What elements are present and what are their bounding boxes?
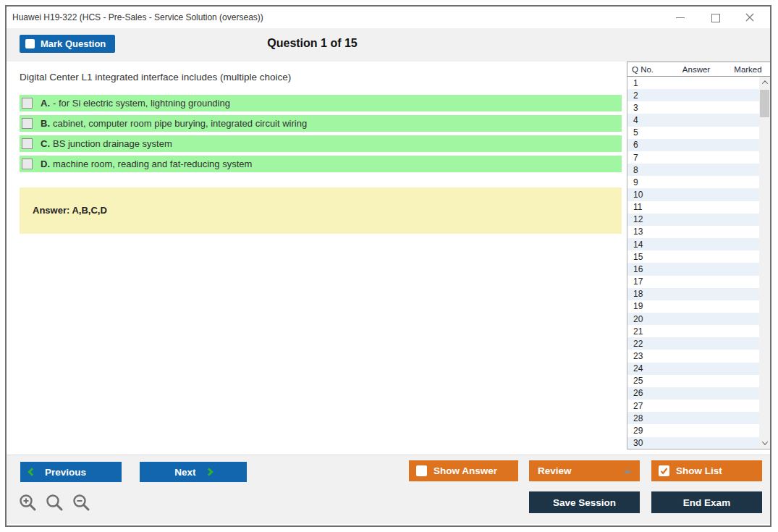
end-exam-button[interactable]: End Exam: [651, 491, 762, 513]
question-list-row[interactable]: 23: [627, 350, 759, 362]
question-list-rows: 1234567891011121314151617181920212223242…: [627, 77, 759, 449]
review-button[interactable]: Review: [529, 460, 640, 481]
option-a-text: - for Si electric system, lightning grou…: [53, 98, 230, 109]
magnifier-minus-icon: [72, 493, 92, 513]
question-list-row[interactable]: 13: [627, 226, 759, 238]
question-list-row[interactable]: 18: [627, 288, 759, 300]
option-b-label: B.cabinet, computer room pipe burying, i…: [41, 118, 307, 129]
column-marked: Marked: [725, 65, 771, 74]
question-list-row[interactable]: 5: [627, 127, 759, 139]
previous-button[interactable]: Previous: [20, 462, 122, 482]
zoom-out-button[interactable]: [72, 493, 92, 513]
question-list-header: Q No. Answer Marked: [627, 62, 770, 77]
question-list-row[interactable]: 22: [627, 337, 759, 350]
question-list-row[interactable]: 16: [627, 263, 759, 275]
question-list-row[interactable]: 27: [627, 400, 759, 412]
question-list-row[interactable]: 25: [627, 375, 759, 387]
option-d-letter: D.: [41, 159, 50, 169]
window-controls: [676, 13, 770, 22]
question-list-row[interactable]: 4: [627, 114, 759, 126]
answer-text: Answer: A,B,C,D: [20, 187, 622, 216]
question-list-row[interactable]: 20: [627, 313, 759, 325]
question-list-row[interactable]: 15: [627, 250, 759, 263]
question-panel: Digital Center L1 integrated interface i…: [7, 62, 627, 455]
zoom-reset-button[interactable]: [45, 493, 65, 513]
question-list-row[interactable]: 11: [627, 201, 759, 214]
option-b-text: cabinet, computer room pipe burying, int…: [53, 118, 307, 129]
option-d-checkbox[interactable]: [22, 159, 33, 169]
footer-bar: Previous Next Show Answer Review Show Li…: [7, 455, 770, 524]
save-session-button[interactable]: Save Session: [529, 491, 640, 513]
option-a-label: A.- for Si electric system, lightning gr…: [41, 98, 230, 109]
next-label: Next: [174, 467, 195, 478]
scroll-down-icon[interactable]: [759, 437, 770, 449]
question-list-panel: Q No. Answer Marked 12345678910111213141…: [627, 62, 770, 455]
answer-box: Answer: A,B,C,D: [20, 187, 622, 234]
maximize-icon[interactable]: [711, 13, 719, 22]
question-list-row[interactable]: 30: [627, 437, 759, 449]
question-text: Digital Center L1 integrated interface i…: [20, 72, 627, 83]
question-list-row[interactable]: 28: [627, 412, 759, 424]
column-answer: Answer: [667, 65, 725, 74]
option-c[interactable]: C.BS junction drainage system: [20, 135, 622, 152]
question-list-row[interactable]: 12: [627, 214, 759, 226]
scrollbar-thumb[interactable]: [760, 90, 769, 117]
window-title: Huawei H19-322 (HCS - Pre-Sales - Servic…: [7, 12, 676, 22]
question-list-row[interactable]: 1: [627, 77, 759, 89]
content-area: Digital Center L1 integrated interface i…: [7, 62, 770, 455]
question-list-row[interactable]: 10: [627, 188, 759, 200]
question-list-row[interactable]: 17: [627, 276, 759, 288]
question-list-row[interactable]: 2: [627, 89, 759, 101]
question-list-row[interactable]: 8: [627, 164, 759, 176]
question-counter: Question 1 of 15: [7, 37, 618, 50]
question-list-row[interactable]: 26: [627, 387, 759, 400]
option-d[interactable]: D.machine room, reading and fat-reducing…: [20, 156, 622, 172]
previous-label: Previous: [45, 467, 86, 478]
close-icon[interactable]: [745, 13, 754, 22]
zoom-tools: [18, 493, 92, 513]
title-bar: Huawei H19-322 (HCS - Pre-Sales - Servic…: [7, 7, 770, 28]
show-answer-checkbox[interactable]: [416, 465, 427, 476]
option-a[interactable]: A.- for Si electric system, lightning gr…: [20, 95, 622, 111]
next-button[interactable]: Next: [140, 462, 247, 482]
column-qno: Q No.: [627, 65, 667, 74]
exam-window: Huawei H19-322 (HCS - Pre-Sales - Servic…: [5, 5, 771, 527]
check-icon: [660, 467, 668, 475]
option-b-letter: B.: [41, 118, 50, 129]
show-list-checkbox[interactable]: [659, 465, 669, 476]
question-list-scrollbar[interactable]: [759, 77, 770, 449]
question-list-row[interactable]: 21: [627, 325, 759, 337]
options-list: A.- for Si electric system, lightning gr…: [20, 95, 622, 172]
zoom-in-button[interactable]: [18, 493, 38, 513]
show-answer-button[interactable]: Show Answer: [409, 460, 518, 481]
question-list-row[interactable]: 6: [627, 139, 759, 151]
header-strip: Mark Question Question 1 of 15: [7, 28, 770, 62]
question-list-row[interactable]: 24: [627, 363, 759, 375]
end-exam-label: End Exam: [683, 497, 730, 508]
question-list-body: 1234567891011121314151617181920212223242…: [627, 77, 770, 449]
show-answer-label: Show Answer: [434, 465, 497, 476]
review-label: Review: [538, 465, 572, 476]
magnifier-icon: [45, 493, 65, 513]
save-session-label: Save Session: [553, 497, 616, 508]
option-c-label: C.BS junction drainage system: [41, 138, 172, 149]
question-list-row[interactable]: 14: [627, 238, 759, 250]
option-d-text: machine room, reading and fat-reducing s…: [53, 159, 252, 169]
magnifier-plus-icon: [18, 493, 38, 513]
question-list-row[interactable]: 9: [627, 176, 759, 188]
question-list-row[interactable]: 7: [627, 151, 759, 164]
show-list-button[interactable]: Show List: [651, 460, 762, 481]
show-list-label: Show List: [676, 465, 722, 476]
option-c-checkbox[interactable]: [22, 138, 33, 149]
option-b-checkbox[interactable]: [22, 118, 33, 129]
option-a-letter: A.: [41, 98, 50, 109]
minimize-icon[interactable]: [676, 13, 685, 22]
option-b[interactable]: B.cabinet, computer room pipe burying, i…: [20, 115, 622, 132]
option-a-checkbox[interactable]: [22, 98, 33, 109]
option-c-letter: C.: [41, 138, 50, 149]
scroll-up-icon[interactable]: [759, 77, 770, 88]
question-list-row[interactable]: 3: [627, 101, 759, 114]
question-list-row[interactable]: 19: [627, 300, 759, 313]
option-d-label: D.machine room, reading and fat-reducing…: [41, 159, 252, 169]
question-list-row[interactable]: 29: [627, 424, 759, 436]
